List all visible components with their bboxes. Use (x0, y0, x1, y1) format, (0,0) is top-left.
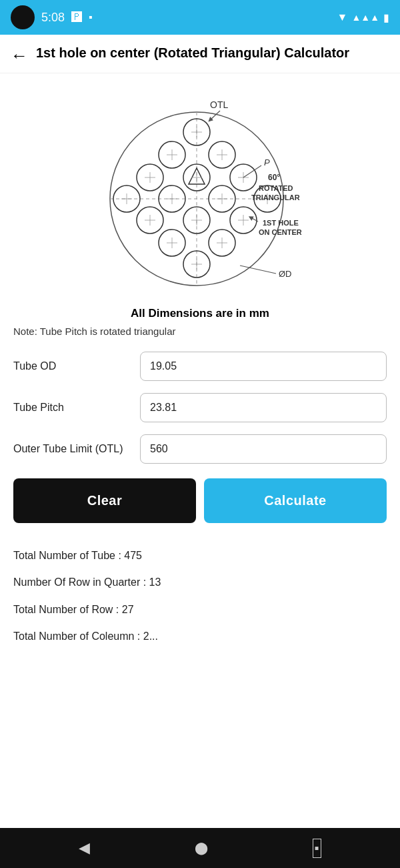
svg-text:ØD: ØD (279, 269, 292, 279)
diagram-container: OTL P ØD 60° ROTATED TRIANGULAR 1ST HOLE… (13, 73, 387, 307)
nav-back-button[interactable]: ◀ (79, 839, 90, 857)
signal-icon: ▲▲▲ (351, 12, 379, 23)
calculate-button[interactable]: Calculate (204, 478, 387, 523)
page-title: 1st hole on center (Rotated Triangular) … (36, 44, 349, 61)
tube-layout-diagram: OTL P ØD 60° ROTATED TRIANGULAR 1ST HOLE… (93, 87, 307, 300)
tube-pitch-row: Tube Pitch (13, 393, 387, 422)
wifi-icon: ▼ (337, 11, 348, 23)
status-avatar (11, 5, 35, 29)
clear-button[interactable]: Clear (13, 478, 196, 523)
otl-label: Outer Tube Limit (OTL) (13, 443, 140, 455)
status-left: 5:08 🅿 ▪ (11, 5, 93, 29)
tube-od-input[interactable] (140, 352, 387, 381)
results-section: Total Number of Tube : 475 Number Of Row… (13, 542, 387, 654)
nav-recent-button[interactable]: ▪ (313, 839, 321, 858)
tube-od-label: Tube OD (13, 360, 140, 372)
battery-icon: ▮ (383, 11, 389, 24)
tube-od-row: Tube OD (13, 352, 387, 381)
otl-input[interactable] (140, 434, 387, 464)
status-right-icons: ▼ ▲▲▲ ▮ (337, 11, 389, 24)
svg-line-53 (210, 111, 220, 120)
svg-text:ON CENTER: ON CENTER (259, 228, 302, 236)
main-content: OTL P ØD 60° ROTATED TRIANGULAR 1ST HOLE… (0, 73, 400, 828)
svg-text:OTL: OTL (210, 99, 228, 110)
status-icon-sim: ▪ (89, 11, 93, 23)
tube-pitch-label: Tube Pitch (13, 402, 140, 414)
status-bar: 5:08 🅿 ▪ ▼ ▲▲▲ ▮ (0, 0, 400, 35)
status-icon-p: 🅿 (71, 11, 82, 23)
note-text: Note: Tube Pitch is rotated triangular (13, 326, 387, 337)
nav-bar: ◀ ⬤ ▪ (0, 828, 400, 868)
svg-text:P: P (264, 157, 270, 167)
svg-text:TRIANGULAR: TRIANGULAR (251, 193, 300, 201)
dimensions-label: All Dimensions are in mm (13, 307, 387, 320)
tube-pitch-input[interactable] (140, 393, 387, 422)
svg-line-57 (240, 266, 276, 274)
rows-quarter-result: Number Of Row in Quarter : 13 (13, 575, 387, 590)
svg-text:60°: 60° (268, 173, 280, 182)
back-button[interactable]: ← (11, 45, 28, 66)
svg-text:1ST HOLE: 1ST HOLE (263, 219, 299, 227)
otl-row: Outer Tube Limit (OTL) (13, 434, 387, 464)
svg-text:ROTATED: ROTATED (259, 184, 293, 192)
nav-home-button[interactable]: ⬤ (195, 841, 208, 855)
header: ← 1st hole on center (Rotated Triangular… (0, 35, 400, 73)
total-tubes-result: Total Number of Tube : 475 (13, 548, 387, 563)
button-row: Clear Calculate (13, 478, 387, 523)
status-time: 5:08 (41, 11, 65, 25)
total-rows-result: Total Number of Row : 27 (13, 602, 387, 617)
total-columns-result: Total Number of Coleumn : 2... (13, 629, 387, 644)
